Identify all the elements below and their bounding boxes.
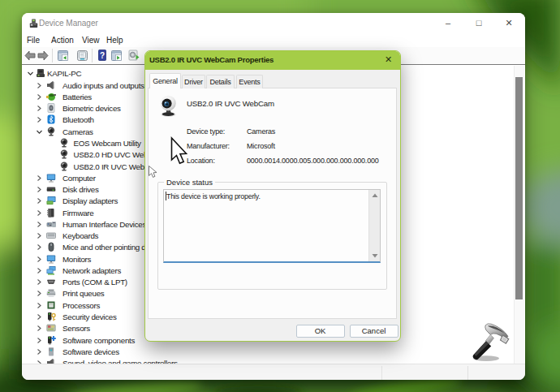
svg-text:?: ? <box>100 51 105 60</box>
